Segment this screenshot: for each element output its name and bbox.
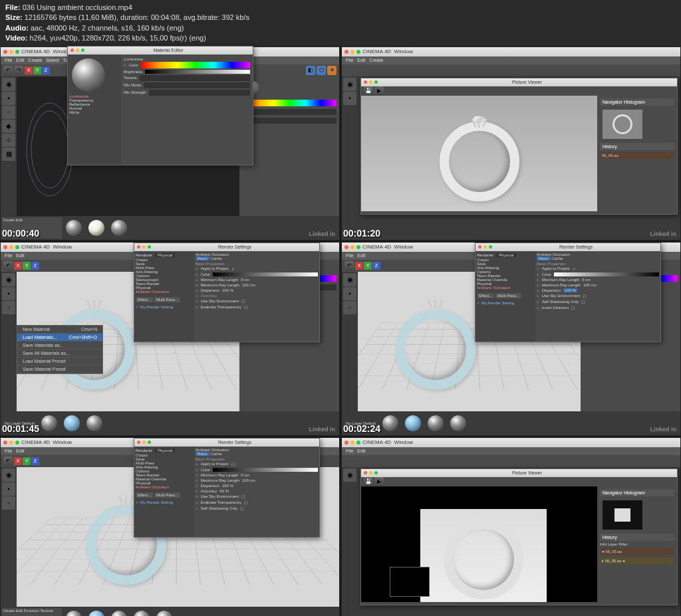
play-icon[interactable]: ▶ [374,86,384,96]
media-info-header: File: 036 Using ambient occlusion.mp4 Si… [0,0,681,47]
material-slot[interactable] [428,415,444,431]
brightness-slider[interactable] [145,70,250,74]
spline-icon[interactable]: ⬡ [317,66,326,75]
my-render-setting[interactable]: ✓ My Render Setting [136,304,193,309]
attributes-panel[interactable] [239,76,339,216]
material-slot[interactable] [111,220,127,236]
ctx-save-preset[interactable]: Save Material Preset [17,365,102,373]
point-mode-icon[interactable]: ▪ [2,92,15,105]
texture-mode-icon[interactable]: ▦ [2,148,15,161]
primitive-icon[interactable]: ◧ [306,66,315,75]
frame-4: CINEMA 4D Window FileEdit ↶XYZ ◉▪▫ Rende… [341,242,681,436]
save-icon[interactable]: 💾 [364,86,373,96]
mode-toolbar[interactable]: ◉▪▫◆⊹▦ [1,76,17,216]
render-settings-window[interactable]: Render Settings Renderer Physical Output… [134,243,320,342]
navigator-thumb[interactable] [603,500,642,530]
main-toolbar[interactable] [342,64,680,76]
transform-axes[interactable]: XYZ [25,66,50,74]
material-slot[interactable] [66,220,82,236]
render-view[interactable] [361,96,597,211]
rs-titlebar[interactable]: Render Settings [134,243,319,251]
material-slot[interactable] [405,415,421,431]
frame-1: CINEMA 4D Window FileEditCreateSelectToo… [0,47,340,241]
material-slot[interactable] [64,415,80,431]
material-slot[interactable] [156,611,172,616]
mixstrength-field[interactable] [149,90,250,96]
render-view[interactable] [361,486,597,602]
frame-2: CINEMA 4D Window FileEditCreate ◉▪ Pictu… [341,47,681,241]
texture-field[interactable] [140,75,250,81]
render-settings-window[interactable]: Render Settings Renderer Physical Output… [475,243,661,342]
material-slot[interactable] [134,611,150,616]
material-slot[interactable] [450,415,466,431]
ctx-save-all[interactable]: Save All Materials as... [17,350,102,358]
history-row[interactable]: ● 06_05.ao [601,548,674,555]
undo-button[interactable]: ↶ [3,66,13,75]
color-picker[interactable] [141,62,250,68]
pv-sidebar[interactable]: Navigator Histogram History 06_05.ao [597,96,677,211]
timestamp: 00:02:24 [343,423,380,434]
poly-mode-icon[interactable]: ◆ [2,120,15,133]
ao-color-gradient[interactable] [213,272,318,276]
frame-3: CINEMA 4D Window FileEdit ↶XYZ ◉▪▫ Rende… [0,242,340,436]
material-editor-titlebar[interactable]: Material Editor [68,47,253,54]
material-slot[interactable] [41,415,57,431]
watermark: Linked in [650,231,676,237]
render-settings-window[interactable]: Render Settings Renderer Physical Output… [134,438,320,538]
picture-viewer-titlebar[interactable]: Picture Viewer [361,78,677,86]
picture-viewer-window[interactable]: Picture Viewer 💾▶ Navigator Histogram Hi… [360,468,678,605]
basic-tab[interactable]: Basic [196,257,209,260]
timestamp: 00:01:45 [2,423,39,434]
timestamp: 00:00:40 [2,228,39,239]
ctx-save-materials[interactable]: Save Materials as... [17,342,102,350]
ctx-load-materials[interactable]: Load Materials...Cmd+Shift+O [17,334,102,342]
svg-point-1 [31,111,68,188]
ao-item[interactable]: Ambient Occlusion [136,290,193,294]
ab-compare-thumb[interactable] [390,567,430,597]
navigator-thumb[interactable] [603,110,642,139]
timestamp: 00:01:20 [343,228,380,239]
material-context-menu[interactable]: New MaterialCmd+N Load Materials...Cmd+S… [17,325,103,374]
edge-mode-icon[interactable]: ▫ [2,106,15,119]
watermark: Linked in [309,426,335,433]
material-slot[interactable] [66,611,82,616]
material-slot[interactable] [86,415,102,431]
redo-button[interactable]: ↷ [14,66,23,75]
material-editor-window[interactable]: Material Editor Luminance Transparency R… [67,46,253,165]
pv-toolbar[interactable]: 💾▶ [361,86,677,96]
frame-5: CINEMA 4D Window FileEdit ↶XYZ ◉▪▫ Rende… [0,437,340,616]
effect-button[interactable]: Effect... [136,297,153,302]
material-slot[interactable] [88,220,104,236]
axis-mode-icon[interactable]: ⊹ [2,134,15,147]
mac-titlebar: CINEMA 4D Window [342,47,680,56]
model-mode-icon[interactable]: ◉ [2,78,15,91]
ctx-load-preset[interactable]: Load Material Preset [17,358,102,365]
ring-object[interactable] [396,310,476,389]
channel-item[interactable]: Alpha [69,110,120,114]
history-row[interactable]: ▸ 06_05.ao ● [601,558,674,564]
ring-prongs [86,300,102,316]
material-slot[interactable] [88,611,104,616]
mode-toolbar[interactable]: ◉▪ [342,76,358,216]
pv-sidebar[interactable]: Navigator Histogram History Info Layer F… [597,486,677,602]
ctx-new-material[interactable]: New MaterialCmd+N [17,326,102,334]
material-slot[interactable] [382,415,398,431]
material-manager[interactable]: No Layer Default [1,411,339,435]
picture-viewer-window[interactable]: Picture Viewer 💾▶ Navigator Histogram Hi… [360,78,678,215]
material-preview-sphere [72,58,105,92]
ao-item[interactable]: Ambient Occlusion [477,286,534,290]
watermark: Linked in [309,231,335,237]
mode-toolbar[interactable]: ◉▪▫ [1,272,17,411]
color-strip[interactable] [242,100,337,106]
history-row[interactable]: 06_05.ao [601,152,674,159]
material-manager[interactable]: Create Edit [1,216,339,240]
material-slot[interactable] [111,611,127,616]
light-icon[interactable]: ☀ [327,66,337,75]
app-menubar[interactable]: FileEditCreate [342,56,680,64]
thumbnail-grid: CINEMA 4D Window FileEditCreateSelectToo… [0,47,681,616]
watermark: Linked in [650,426,676,433]
cache-tab[interactable]: Cache [210,257,221,260]
mixmode-field[interactable] [144,82,250,88]
svg-point-0 [27,103,73,196]
multipass-button[interactable]: Multi-Pass... [154,297,180,302]
